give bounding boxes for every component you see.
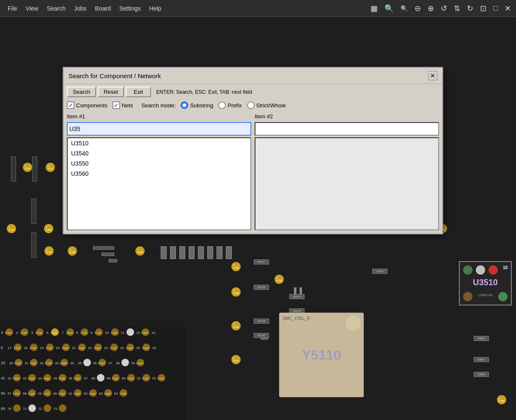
dialog-titlebar: Search for Component / Network ✕ xyxy=(63,68,442,84)
components-label: Components xyxy=(76,102,107,109)
prefix-radio-item[interactable]: Prefix xyxy=(218,101,242,109)
menu-settings[interactable]: Settings xyxy=(115,3,145,14)
item1-results-list: U3510 U3540 U3550 U3560 xyxy=(67,137,251,230)
components-checkbox[interactable] xyxy=(67,101,74,109)
zoom-out-icon[interactable]: 🔍 xyxy=(399,4,409,13)
dialog-toolbar: Search Reset Exit ENTER: Search, ESC: Ex… xyxy=(63,84,442,100)
substring-radio-item[interactable]: Substring xyxy=(181,101,213,109)
item1-input[interactable] xyxy=(67,122,251,136)
toolbar-hint: ENTER: Search, ESC: Exit, TAB: next fiel… xyxy=(156,89,252,95)
fit-icon[interactable]: ⊡ xyxy=(478,3,488,14)
rotate-cw-icon[interactable]: ↻ xyxy=(465,3,475,14)
dialog-title: Search for Component / Network xyxy=(69,72,161,79)
flip-icon[interactable]: ⇅ xyxy=(452,3,462,14)
prefix-label: Prefix xyxy=(228,102,242,109)
strictwhole-radio[interactable] xyxy=(247,101,255,109)
search-button[interactable]: Search xyxy=(67,87,96,97)
menu-file[interactable]: File xyxy=(3,3,22,14)
substring-label: Substring xyxy=(190,102,213,109)
window-icon[interactable]: □ xyxy=(491,3,500,14)
item1-column: Item #1 U3510 U3540 U3550 U3560 xyxy=(67,112,251,230)
nets-label: Nets xyxy=(122,102,133,109)
dialog-overlay: Search for Component / Network ✕ Search … xyxy=(0,17,516,420)
menu-jobs[interactable]: Jobs xyxy=(70,3,91,14)
exit-button[interactable]: Exit xyxy=(126,87,151,97)
toolbar-icons: ▦ 🔍 🔍 ⊖ ⊕ ↺ ⇅ ↻ ⊡ □ ✕ xyxy=(369,3,513,14)
prefix-radio[interactable] xyxy=(218,101,226,109)
menubar: File View Search Jobs Board Settings Hel… xyxy=(0,0,516,17)
item2-column: Item #2 xyxy=(255,112,439,230)
item2-results-list xyxy=(255,137,439,230)
item2-header: Item #2 xyxy=(255,112,439,120)
nets-check-item[interactable]: Nets xyxy=(113,101,133,109)
dialog-close-button[interactable]: ✕ xyxy=(428,71,437,80)
menu-view[interactable]: View xyxy=(22,3,43,14)
zoom-in-icon[interactable]: 🔍 xyxy=(383,3,395,14)
grid-icon[interactable]: ▦ xyxy=(369,3,379,14)
substring-radio[interactable] xyxy=(181,101,188,109)
result-u3510[interactable]: U3510 xyxy=(68,138,250,148)
result-u3540[interactable]: U3540 xyxy=(68,148,250,158)
close-window-icon[interactable]: ✕ xyxy=(503,3,513,14)
menu-board[interactable]: Board xyxy=(91,3,115,14)
strictwhole-radio-item[interactable]: Strict/Whole xyxy=(247,101,286,109)
result-u3550[interactable]: U3550 xyxy=(68,158,250,169)
search-mode-label: Search mode: xyxy=(141,102,176,109)
strictwhole-label: Strict/Whole xyxy=(256,102,286,109)
reset-button[interactable]: Reset xyxy=(98,87,124,97)
menu-search[interactable]: Search xyxy=(43,3,70,14)
result-u3560[interactable]: U3560 xyxy=(68,169,250,179)
search-dialog: Search for Component / Network ✕ Search … xyxy=(63,67,443,235)
nets-checkbox[interactable] xyxy=(113,101,120,109)
dialog-body: Item #1 U3510 U3540 U3550 U3560 Item #2 xyxy=(63,111,442,234)
zoom-minus-icon[interactable]: ⊖ xyxy=(413,3,423,14)
components-check-item[interactable]: Components xyxy=(67,101,107,109)
menu-help[interactable]: Help xyxy=(145,3,166,14)
options-row: Components Nets Search mode: Substring P… xyxy=(63,100,442,111)
item2-input[interactable] xyxy=(255,122,439,136)
zoom-plus-icon[interactable]: ⊕ xyxy=(426,3,436,14)
item1-header: Item #1 xyxy=(67,112,251,120)
rotate-ccw-icon[interactable]: ↺ xyxy=(439,3,449,14)
